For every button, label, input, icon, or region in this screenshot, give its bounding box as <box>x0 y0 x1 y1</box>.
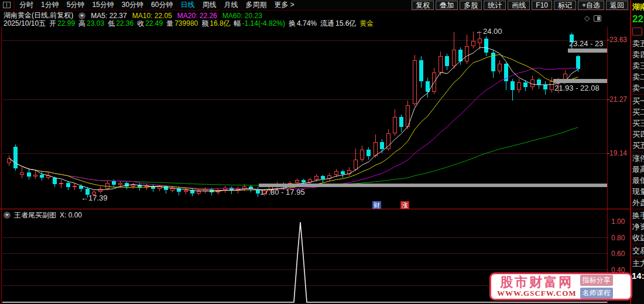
quote-divider <box>631 151 644 152</box>
quote-row: 最高 <box>632 164 644 175</box>
ma60-line <box>9 127 578 186</box>
quote-row: 交易 <box>632 245 644 256</box>
quote-row: 主力 <box>632 258 644 269</box>
quote-row: 卖五 <box>632 38 644 49</box>
price-axis-label: 23.63 <box>609 36 627 44</box>
quote-time: 14:5 <box>632 271 644 281</box>
trading-app-window: 分时1分钟5分钟15分钟30分钟60分钟日线周线月线多周期更多 > 复权叠加多股… <box>0 0 644 304</box>
info-segment: 22.99 <box>57 19 75 27</box>
toolbar-button[interactable]: 复权 <box>412 1 434 10</box>
quote-row: 现量 <box>632 186 644 197</box>
price-zone-label: 23.24 - 23 <box>569 39 604 48</box>
toolbar-button[interactable]: F10 <box>532 1 552 10</box>
quote-price: 22 <box>632 13 644 25</box>
period-tabs: 分时1分钟5分钟15分钟30分钟60分钟日线周线月线多周期更多 > <box>19 0 294 10</box>
toolbar-buttons: 复权叠加多股统计画线F10标记+自选返回 <box>412 1 630 10</box>
watermark-badge-share: 指标分享 <box>580 275 613 286</box>
price-zone-label: 17.80 - 17.95 <box>260 188 305 196</box>
toolbar-button[interactable]: 多股 <box>460 1 482 10</box>
indicator-axis-label: 0.80 <box>611 234 625 242</box>
quote-row: 卖三 <box>632 60 644 71</box>
price-zone-bar <box>568 49 607 53</box>
quote-row: 收益 <box>632 232 644 243</box>
header-corner-icons: ◇ <box>584 14 601 22</box>
tab-10[interactable]: 更多 > <box>274 0 294 10</box>
quote-rows: 卖五卖四卖三卖二卖一买一买二买三买四买五涨停最高最低现量外盘换手净资收益交易主力… <box>631 38 644 281</box>
quote-divider <box>631 244 644 244</box>
watermark-url: WWW.GSCFW.COM <box>497 289 577 298</box>
toolbar-button[interactable]: 统计 <box>484 1 506 10</box>
info-segment: 739980 <box>174 19 198 27</box>
candlestick-chart[interactable]: 23.24 - 2321.93 - 22.0817.80 - 17.95←24.… <box>2 27 607 209</box>
panel-toggle-icon[interactable] <box>594 15 601 22</box>
subchart-title: 王者尾买副图 <box>14 210 56 220</box>
info-segment: 22.36 <box>116 19 133 27</box>
price-zone-bar <box>553 79 607 83</box>
diamond-icon[interactable]: ◇ <box>584 14 590 22</box>
subchart-chevron-icon[interactable] <box>4 212 11 219</box>
ma20-line <box>9 68 578 189</box>
quote-row: 卖一 <box>632 82 644 94</box>
quote-panel[interactable]: 湖南 22 卖五卖四卖三卖二卖一买一买二买三买四买五涨停最高最低现量外盘换手净资… <box>630 0 644 304</box>
ma10-line <box>9 55 578 191</box>
toolbar-button[interactable]: 叠加 <box>436 1 458 10</box>
indicator-axis-label: 0.60 <box>611 250 625 258</box>
toolbar-button[interactable]: 画线 <box>508 1 530 10</box>
tab-0[interactable]: 分时 <box>19 0 33 10</box>
tab-2[interactable]: 5分钟 <box>67 0 85 10</box>
axis-tick <box>607 153 609 154</box>
quote-divider <box>631 257 644 257</box>
axis-tick <box>607 40 609 40</box>
quote-divider <box>631 209 644 209</box>
price-axis-label: 19.14 <box>609 149 627 157</box>
chart-right-border <box>607 27 608 303</box>
indicator-axis-label: 1.00 <box>611 217 625 226</box>
quote-row: 卖二 <box>632 71 644 82</box>
split-window-icon[interactable] <box>3 2 11 8</box>
price-zone-bar <box>259 184 607 188</box>
toolbar-divider <box>14 1 15 10</box>
tab-5[interactable]: 60分钟 <box>151 0 173 10</box>
subchart-header: 王者尾买副图 X: 0.00 <box>4 211 82 219</box>
quote-row: 外盘 <box>632 197 644 208</box>
tab-8[interactable]: 月线 <box>224 0 238 10</box>
info-segment: 22.49 <box>145 19 163 27</box>
info-segment: 23.03 <box>87 19 104 27</box>
quote-row: 买三 <box>632 118 644 129</box>
quote-row: 买五 <box>632 140 644 151</box>
tab-1[interactable]: 1分钟 <box>41 0 59 10</box>
toolbar-button[interactable]: 返回 <box>606 1 628 10</box>
axis-tick <box>607 99 609 100</box>
quote-row: 买一 <box>632 95 644 106</box>
quote-row: 买二 <box>632 106 644 118</box>
watermark-title: 股市财富网 <box>500 275 573 289</box>
quote-stock-name: 湖南 <box>632 2 644 12</box>
period-toolbar: 分时1分钟5分钟15分钟30分钟60分钟日线周线月线多周期更多 > 复权叠加多股… <box>0 0 630 11</box>
quote-row: 最低 <box>632 175 644 186</box>
price-annotation: ←24.00 <box>475 27 502 36</box>
panel-divider[interactable] <box>0 209 630 209</box>
toolbar-button[interactable]: 标记 <box>554 1 576 10</box>
tab-6[interactable]: 日线 <box>180 0 194 10</box>
subchart-value: X: 0.00 <box>60 211 82 219</box>
chart-header-row2: 2025/10/10五开22.99高23.03低22.36收22.49量7399… <box>4 20 374 27</box>
marker-badge[interactable]: 财 <box>372 201 381 209</box>
price-annotation: ←17.39 <box>81 194 108 202</box>
quote-row: 换手 <box>632 210 644 221</box>
quote-row: 净资 <box>632 221 644 232</box>
quote-divider <box>631 94 644 95</box>
quote-trade-button[interactable] <box>632 27 642 36</box>
price-zone-label: 21.93 - 22.08 <box>554 84 600 92</box>
toolbar-button[interactable]: +自选 <box>578 1 604 10</box>
quote-row: 涨停 <box>632 153 644 164</box>
marker-badge[interactable]: 涨 <box>400 201 409 209</box>
tab-4[interactable]: 30分钟 <box>122 0 143 10</box>
info-segment: -1.14(-4.82%) <box>242 19 285 27</box>
watermark-box: 股市财富网 WWW.GSCFW.COM 指标分享 名师课程 <box>489 272 632 300</box>
tab-9[interactable]: 多周期 <box>245 0 266 10</box>
tab-3[interactable]: 15分钟 <box>92 0 114 10</box>
watermark-badge-course: 名师课程 <box>580 288 613 299</box>
tab-7[interactable]: 周线 <box>202 0 216 10</box>
info-segment: 4.74% <box>297 19 317 27</box>
ma5-line <box>9 47 578 191</box>
